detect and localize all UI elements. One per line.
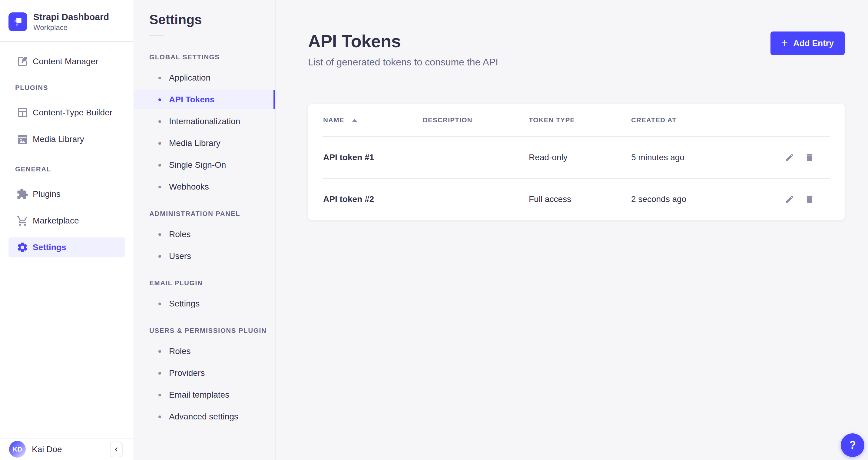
- avatar: KD: [9, 441, 26, 458]
- chevron-left-icon: [113, 446, 120, 453]
- column-header-name[interactable]: NAME: [323, 116, 423, 124]
- bullet-icon: [158, 164, 161, 166]
- content-manager-icon: [17, 55, 28, 67]
- bullet-icon: [158, 76, 161, 79]
- token-name: API token #1: [323, 153, 423, 162]
- token-type: Full access: [529, 194, 631, 204]
- bullet-icon: [158, 416, 161, 418]
- bullet-icon: [158, 372, 161, 375]
- column-header-created-at: CREATED AT: [631, 116, 830, 124]
- nav-item-media-library[interactable]: Media Library: [8, 129, 125, 149]
- edit-button[interactable]: [785, 194, 795, 204]
- subnav-item-email-templates[interactable]: Email templates: [134, 386, 275, 404]
- token-name: API token #2: [323, 194, 423, 204]
- nav-item-content-manager[interactable]: Content Manager: [8, 52, 125, 71]
- subnav-item-label: Advanced settings: [169, 412, 238, 422]
- bullet-icon: [158, 98, 161, 101]
- delete-icon: [805, 153, 814, 162]
- column-header-token-type: TOKEN TYPE: [529, 116, 631, 124]
- nav-item-plugins[interactable]: Plugins: [8, 184, 125, 204]
- column-header-description: DESCRIPTION: [423, 116, 529, 124]
- brand: Strapi Dashboard Workplace: [0, 0, 133, 41]
- nav-item-label: Media Library: [33, 134, 84, 144]
- delete-button[interactable]: [805, 153, 814, 162]
- bullet-icon: [158, 142, 161, 145]
- bullet-icon: [158, 394, 161, 396]
- subnav-section-administration-panel: ADMINISTRATION PANEL: [134, 210, 275, 218]
- subnav-item-email-settings[interactable]: Settings: [134, 294, 275, 313]
- add-entry-button[interactable]: + Add Entry: [771, 31, 845, 55]
- subnav-item-label: Roles: [169, 346, 191, 356]
- nav-item-label: Settings: [33, 243, 66, 252]
- sort-asc-icon: [352, 119, 357, 122]
- nav-section-plugins: PLUGINS: [0, 84, 133, 92]
- help-button[interactable]: ?: [841, 433, 864, 457]
- subnav-item-providers[interactable]: Providers: [134, 364, 275, 382]
- nav-item-settings[interactable]: Settings: [8, 238, 125, 257]
- row-actions: [785, 194, 830, 204]
- edit-icon: [785, 153, 795, 162]
- subnav-item-internationalization[interactable]: Internationalization: [134, 112, 275, 131]
- settings-gear-icon: [17, 241, 28, 253]
- bullet-icon: [158, 233, 161, 236]
- bullet-icon: [158, 120, 161, 123]
- bullet-icon: [158, 350, 161, 353]
- bullet-icon: [158, 255, 161, 258]
- subnav-item-label: Media Library: [169, 139, 220, 148]
- delete-button[interactable]: [805, 194, 814, 204]
- table-row[interactable]: API token #2 Full access 2 seconds ago: [308, 179, 845, 220]
- subnav-title: Settings: [134, 11, 275, 28]
- strapi-logo-icon: [8, 12, 27, 31]
- subnav-item-label: API Tokens: [169, 95, 214, 104]
- subnav-item-advanced-settings[interactable]: Advanced settings: [134, 407, 275, 426]
- token-type: Read-only: [529, 153, 631, 162]
- subnav-item-label: Application: [169, 73, 211, 83]
- question-mark-icon: ?: [849, 439, 856, 452]
- subnav-item-api-tokens[interactable]: API Tokens: [134, 90, 275, 109]
- subnav-item-up-roles[interactable]: Roles: [134, 342, 275, 361]
- subnav-item-admin-users[interactable]: Users: [134, 247, 275, 266]
- subnav-item-label: Users: [169, 251, 191, 261]
- main-content: API Tokens List of generated tokens to c…: [276, 0, 868, 460]
- user-name: Kai Doe: [32, 444, 62, 454]
- bullet-icon: [158, 303, 161, 305]
- main-nav-list: Content Manager PLUGINS Content-Type Bui…: [0, 42, 133, 264]
- table-row[interactable]: API token #1 Read-only 5 minutes ago: [308, 137, 845, 178]
- nav-item-content-type-builder[interactable]: Content-Type Builder: [8, 103, 125, 123]
- user-footer: KD Kai Doe: [0, 438, 133, 460]
- main-sidebar: Strapi Dashboard Workplace Content Manag…: [0, 0, 134, 460]
- table-header-row: NAME DESCRIPTION TOKEN TYPE CREATED AT: [308, 104, 845, 136]
- subnav-title-divider: [149, 35, 164, 36]
- marketplace-icon: [17, 215, 28, 227]
- content-type-builder-icon: [17, 106, 28, 119]
- subnav-item-media-library[interactable]: Media Library: [134, 134, 275, 153]
- delete-icon: [805, 194, 814, 204]
- plugins-icon: [17, 188, 28, 200]
- add-entry-label: Add Entry: [793, 38, 834, 48]
- subnav-item-label: Providers: [169, 368, 205, 378]
- subnav-section-users-permissions-plugin: USERS & PERMISSIONS PLUGIN: [134, 327, 275, 335]
- subnav-item-admin-roles[interactable]: Roles: [134, 225, 275, 244]
- subnav-item-label: Roles: [169, 229, 191, 239]
- subnav-item-application[interactable]: Application: [134, 68, 275, 87]
- api-tokens-table-card: NAME DESCRIPTION TOKEN TYPE CREATED AT A…: [308, 104, 845, 220]
- brand-title: Strapi Dashboard: [33, 11, 109, 22]
- token-created-at: 2 seconds ago: [631, 194, 785, 204]
- nav-item-label: Marketplace: [33, 216, 79, 225]
- page-title: API Tokens: [308, 31, 498, 51]
- subnav-item-label: Internationalization: [169, 117, 240, 126]
- subnav-item-label: Email templates: [169, 390, 229, 400]
- nav-item-label: Content Manager: [33, 57, 98, 66]
- subnav-item-label: Settings: [169, 299, 199, 309]
- subnav-section-email-plugin: EMAIL PLUGIN: [134, 279, 275, 287]
- subnav-section-global-settings: GLOBAL SETTINGS: [134, 53, 275, 61]
- subnav-item-single-sign-on[interactable]: Single Sign-On: [134, 156, 275, 175]
- bullet-icon: [158, 186, 161, 188]
- media-library-icon: [17, 133, 28, 145]
- edit-button[interactable]: [785, 153, 795, 162]
- nav-item-marketplace[interactable]: Marketplace: [8, 211, 125, 231]
- collapse-sidebar-button[interactable]: [110, 441, 123, 457]
- settings-subnav: Settings GLOBAL SETTINGS Application API…: [134, 0, 276, 460]
- subnav-item-webhooks[interactable]: Webhooks: [134, 178, 275, 196]
- row-actions: [785, 153, 830, 162]
